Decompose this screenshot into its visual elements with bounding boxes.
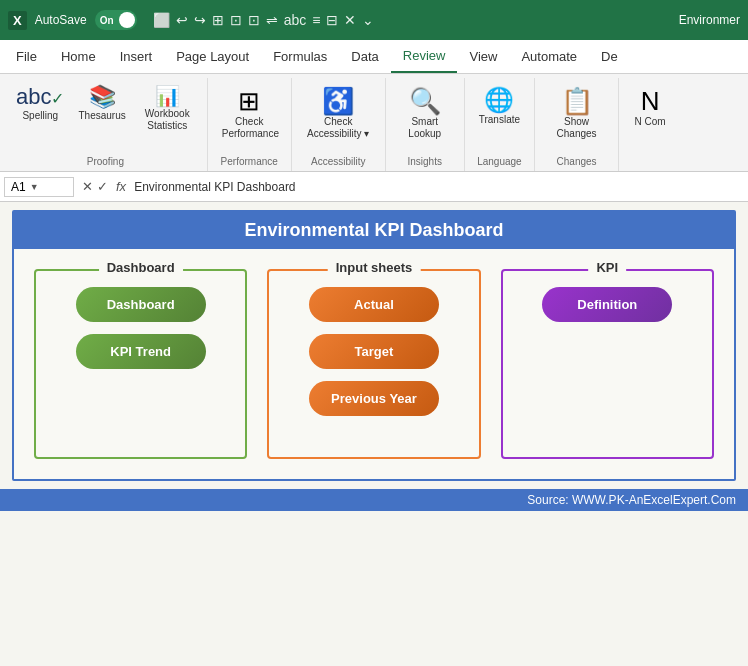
accessibility-icon: ♿ xyxy=(322,88,354,114)
toggle-on-text: On xyxy=(100,15,114,26)
dashboard-container: Environmental KPI Dashboard Dashboard Da… xyxy=(12,210,736,481)
workbook-stats-icon: 📊 xyxy=(155,86,180,106)
ribbon-group-language: 🌐 Translate Language xyxy=(465,78,535,171)
previous-year-nav-button[interactable]: Previous Year xyxy=(309,381,439,416)
con-group-label xyxy=(625,165,675,171)
formula-bar-icons: ✕ ✓ xyxy=(78,179,112,194)
con-icon: N xyxy=(641,88,660,114)
input-sheets-section: Input sheets Actual Target Previous Year xyxy=(267,269,480,459)
spreadsheet-area: Environmental KPI Dashboard Dashboard Da… xyxy=(0,202,748,666)
share-icon[interactable]: ⇌ xyxy=(266,12,278,28)
cloud-icon[interactable]: ⊡ xyxy=(248,12,260,28)
kpi-section: KPI Definition xyxy=(501,269,714,459)
smart-lookup-label: Smart Lookup xyxy=(400,116,450,140)
check-accessibility-button[interactable]: ♿ Check Accessibility ▾ xyxy=(298,82,379,146)
accessibility-group-label: Accessibility xyxy=(298,154,379,171)
autosave-label: AutoSave xyxy=(35,13,87,27)
ribbon-group-performance: ⊞ Check Performance Performance xyxy=(208,78,292,171)
con-buttons: N N Com xyxy=(625,78,675,165)
minus-icon[interactable]: ⊟ xyxy=(326,12,338,28)
ribbon: abc✓ Spelling 📚 Thesaurus 📊 Workbook Sta… xyxy=(0,74,748,172)
con-label: N Com xyxy=(635,116,666,128)
file-title: Environmer xyxy=(679,13,740,27)
spelling-button[interactable]: abc✓ Spelling xyxy=(10,82,70,126)
proofing-buttons: abc✓ Spelling 📚 Thesaurus 📊 Workbook Sta… xyxy=(10,78,201,154)
ribbon-group-proofing: abc✓ Spelling 📚 Thesaurus 📊 Workbook Sta… xyxy=(4,78,208,171)
workbook-stats-label: Workbook Statistics xyxy=(140,108,195,132)
definition-nav-button[interactable]: Definition xyxy=(542,287,672,322)
thesaurus-button[interactable]: 📚 Thesaurus xyxy=(72,82,131,126)
menu-view[interactable]: View xyxy=(457,40,509,73)
changes-buttons: 📋 Show Changes xyxy=(541,78,612,154)
title-bar-icons: ⬜ ↩ ↪ ⊞ ⊡ ⊡ ⇌ abc ≡ ⊟ ✕ ⌄ xyxy=(153,12,375,28)
undo-icon[interactable]: ↩ xyxy=(176,12,188,28)
translate-button[interactable]: 🌐 Translate xyxy=(471,82,528,132)
spelling-label: Spelling xyxy=(22,110,58,122)
formula-check-icon[interactable]: ✕ xyxy=(82,179,93,194)
more-icon[interactable]: ⌄ xyxy=(362,12,374,28)
menu-review[interactable]: Review xyxy=(391,40,458,73)
dashboard-section: Dashboard Dashboard KPI Trend xyxy=(34,269,247,459)
fx-label: fx xyxy=(116,179,126,194)
show-changes-icon: 📋 xyxy=(561,88,593,114)
layout-icon[interactable]: ⬜ xyxy=(153,12,170,28)
changes-group-label: Changes xyxy=(541,154,612,171)
con-button[interactable]: N N Com xyxy=(625,82,675,134)
accessibility-label: Check Accessibility ▾ xyxy=(306,116,371,140)
redo-icon[interactable]: ↪ xyxy=(194,12,206,28)
ribbon-group-accessibility: ♿ Check Accessibility ▾ Accessibility xyxy=(292,78,386,171)
menu-file[interactable]: File xyxy=(4,40,49,73)
menu-automate[interactable]: Automate xyxy=(509,40,589,73)
show-changes-button[interactable]: 📋 Show Changes xyxy=(541,82,612,146)
kpi-trend-nav-button[interactable]: KPI Trend xyxy=(76,334,206,369)
title-bar: X AutoSave On ⬜ ↩ ↪ ⊞ ⊡ ⊡ ⇌ abc ≡ ⊟ ✕ ⌄ … xyxy=(0,0,748,40)
menu-insert[interactable]: Insert xyxy=(108,40,165,73)
smart-lookup-icon: 🔍 xyxy=(409,88,441,114)
thesaurus-icon: 📚 xyxy=(89,86,116,108)
language-group-label: Language xyxy=(471,154,528,171)
actual-nav-button[interactable]: Actual xyxy=(309,287,439,322)
performance-icon: ⊞ xyxy=(238,88,260,114)
thesaurus-label: Thesaurus xyxy=(78,110,125,122)
menu-formulas[interactable]: Formulas xyxy=(261,40,339,73)
dashboard-section-title: Dashboard xyxy=(99,260,183,275)
menu-developer[interactable]: De xyxy=(589,40,630,73)
save-icon[interactable]: ⊡ xyxy=(230,12,242,28)
insights-group-label: Insights xyxy=(392,154,458,171)
spelling-icon: abc✓ xyxy=(16,86,64,108)
cell-ref-value: A1 xyxy=(11,180,26,194)
menu-data[interactable]: Data xyxy=(339,40,390,73)
translate-label: Translate xyxy=(479,114,520,126)
formula-value: Environmental KPI Dashboard xyxy=(134,180,744,194)
spellcheck-icon[interactable]: abc xyxy=(284,12,307,28)
proofing-group-label: Proofing xyxy=(10,154,201,171)
toggle-knob xyxy=(119,12,135,28)
performance-buttons: ⊞ Check Performance xyxy=(214,78,285,154)
input-sheets-section-title: Input sheets xyxy=(328,260,421,275)
ribbon-group-con: N N Com xyxy=(619,78,681,171)
menu-home[interactable]: Home xyxy=(49,40,108,73)
smart-lookup-button[interactable]: 🔍 Smart Lookup xyxy=(392,82,458,146)
language-buttons: 🌐 Translate xyxy=(471,78,528,154)
show-changes-label: Show Changes xyxy=(549,116,604,140)
formula-cancel-icon[interactable]: ✓ xyxy=(97,179,108,194)
dashboard-nav-button[interactable]: Dashboard xyxy=(76,287,206,322)
cell-reference-box[interactable]: A1 ▼ xyxy=(4,177,74,197)
performance-label: Check Performance xyxy=(222,116,277,140)
list-icon[interactable]: ≡ xyxy=(312,12,320,28)
formula-bar: A1 ▼ ✕ ✓ fx Environmental KPI Dashboard xyxy=(0,172,748,202)
close-icon[interactable]: ✕ xyxy=(344,12,356,28)
workbook-statistics-button[interactable]: 📊 Workbook Statistics xyxy=(134,82,201,136)
dashboard-body: Dashboard Dashboard KPI Trend Input shee… xyxy=(14,249,734,479)
accessibility-buttons: ♿ Check Accessibility ▾ xyxy=(298,78,379,154)
grid-icon[interactable]: ⊞ xyxy=(212,12,224,28)
ribbon-group-insights: 🔍 Smart Lookup Insights xyxy=(386,78,465,171)
cell-ref-dropdown[interactable]: ▼ xyxy=(30,182,39,192)
insights-buttons: 🔍 Smart Lookup xyxy=(392,78,458,154)
target-nav-button[interactable]: Target xyxy=(309,334,439,369)
autosave-toggle[interactable]: On xyxy=(95,10,137,30)
menu-page-layout[interactable]: Page Layout xyxy=(164,40,261,73)
performance-group-label: Performance xyxy=(214,154,285,171)
translate-icon: 🌐 xyxy=(484,88,514,112)
check-performance-button[interactable]: ⊞ Check Performance xyxy=(214,82,285,146)
